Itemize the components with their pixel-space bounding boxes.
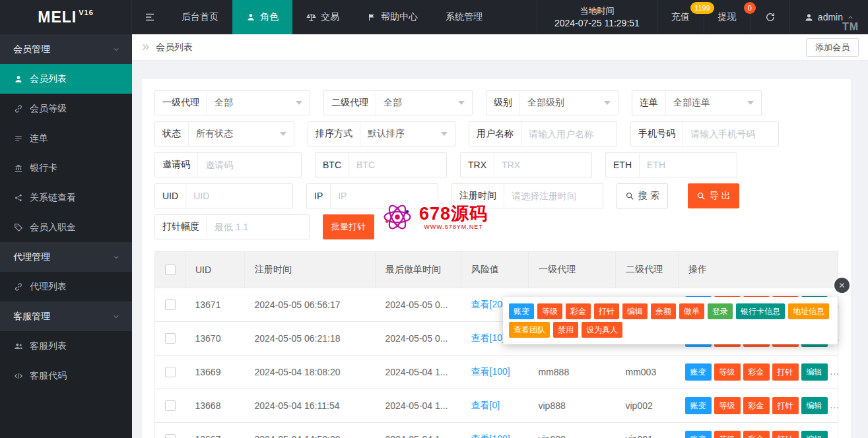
sidebar-group-cs-mgmt[interactable]: 客服管理 (0, 301, 132, 331)
popup-action-make-order[interactable]: 做单 (679, 303, 704, 319)
nav-label: 系统管理 (446, 11, 483, 23)
action-inject[interactable]: 打针 (772, 431, 799, 438)
risk-view-link[interactable]: 查看[100] (471, 433, 510, 438)
agent1-select[interactable]: 全部 (207, 97, 310, 109)
row-checkbox[interactable] (165, 367, 176, 377)
batch-inject-button[interactable]: 批量打针 (323, 214, 374, 239)
popup-action-balance[interactable]: 余额 (651, 303, 676, 319)
sidebar-item-cs-list[interactable]: 客服列表 (0, 331, 132, 361)
risk-view-link[interactable]: 查看[0] (471, 400, 500, 410)
eth-input[interactable] (640, 153, 737, 177)
risk-view-link[interactable]: 查看[10] (471, 332, 505, 343)
invite-code-input[interactable] (198, 153, 301, 177)
row-checkbox[interactable] (165, 400, 176, 411)
action-level[interactable]: 等级 (714, 363, 741, 381)
sort-select[interactable]: 默认排序 (360, 128, 455, 140)
cell-reg-time: 2024-05-04 14:50:08 (245, 423, 376, 438)
action-bonus[interactable]: 彩金 (743, 363, 770, 381)
action-inject[interactable]: 打针 (772, 397, 799, 414)
trx-input[interactable] (494, 153, 591, 177)
filter-phone: 手机号码 (630, 121, 779, 146)
popup-action-bank-info[interactable]: 银行卡信息 (736, 303, 785, 319)
action-account-change[interactable]: 账变 (685, 363, 712, 381)
table-row: 13667 2024-05-04 14:50:08 2024-05-04 1..… (155, 423, 838, 438)
action-account-change[interactable]: 账变 (685, 397, 712, 414)
sidebar-item-bank-card[interactable]: 银行卡 (0, 153, 132, 183)
refresh-button[interactable] (751, 0, 789, 34)
reg-time-input[interactable] (504, 184, 603, 208)
bank-icon (13, 164, 23, 173)
sidebar-item-agent-list[interactable]: 代理列表 (0, 272, 132, 301)
popup-action-address-info[interactable]: 地址信息 (788, 303, 829, 319)
select-all-checkbox[interactable] (165, 265, 176, 275)
action-inject[interactable]: 打针 (772, 363, 799, 381)
sidebar-group-agent-mgmt[interactable]: 代理管理 (0, 242, 132, 272)
level-select[interactable]: 全部级别 (520, 97, 618, 109)
cell-last-order-time: 2024-05-04 1... (376, 389, 461, 423)
uid-input[interactable] (186, 184, 292, 208)
nav-item-dashboard[interactable]: 后台首页 (168, 0, 232, 34)
risk-view-link[interactable]: 查看[100] (471, 366, 510, 377)
popup-action-view-team[interactable]: 查看团队 (509, 322, 550, 338)
popup-action-inject[interactable]: 打针 (594, 303, 619, 319)
export-button[interactable]: 导 出 (688, 183, 739, 208)
action-bonus[interactable]: 彩金 (743, 397, 770, 414)
username-input[interactable] (521, 122, 617, 146)
filter-row-1: 一级代理 全部 二级代理 全部 级别 全部级别 连单 全部连单 (154, 90, 838, 115)
filter-agent2: 二级代理 全部 (323, 90, 473, 115)
popup-action-set-real[interactable]: 设为真人 (582, 322, 622, 338)
action-edit[interactable]: 编辑 (801, 431, 828, 438)
action-bonus[interactable]: 彩金 (743, 431, 770, 438)
action-account-change[interactable]: 账变 (685, 431, 712, 438)
popup-action-level[interactable]: 等级 (537, 303, 562, 319)
sidebar-item-relationship-chain[interactable]: 关系链查看 (0, 183, 132, 212)
popup-action-account-change[interactable]: 账变 (509, 303, 534, 319)
popup-action-login[interactable]: 登录 (708, 303, 733, 319)
filter-label: 用户名称 (469, 122, 521, 146)
close-icon[interactable] (834, 278, 850, 293)
filter-label: 状态 (155, 122, 189, 146)
agent2-select[interactable]: 全部 (376, 97, 472, 109)
cell-reg-time: 2024-05-05 06:21:18 (245, 322, 376, 356)
menu-toggle-icon[interactable] (132, 0, 168, 34)
more-actions[interactable]: ... (830, 433, 840, 438)
more-actions[interactable]: ... (830, 366, 840, 377)
add-member-button[interactable]: 添加会员 (806, 38, 859, 57)
row-checkbox[interactable] (165, 333, 176, 344)
cell-last-order-time: 2024-05-04 1... (376, 356, 461, 389)
liandan-select[interactable]: 全部连单 (666, 97, 761, 109)
action-edit[interactable]: 编辑 (801, 363, 828, 381)
sidebar-item-member-list[interactable]: 会员列表 (0, 64, 132, 94)
group-label: 会员管理 (13, 44, 50, 55)
row-checkbox[interactable] (165, 299, 176, 310)
popup-action-edit[interactable]: 编辑 (622, 303, 648, 319)
nav-item-trade[interactable]: 交易 (292, 0, 353, 34)
cell-uid: 13668 (185, 389, 245, 423)
btc-input[interactable] (349, 153, 446, 177)
popup-action-bonus[interactable]: 彩金 (566, 303, 591, 319)
nav-item-system[interactable]: 系统管理 (432, 0, 496, 34)
cell-uid: 13669 (185, 356, 245, 389)
popup-action-disable[interactable]: 禁用 (553, 322, 578, 338)
member-table: UID 注册时间 最后做单时间 风险值 一级代理 二级代理 操作 13671 2… (154, 251, 838, 438)
nav-item-roles[interactable]: 角色 (232, 0, 292, 34)
inject-range-input[interactable] (207, 215, 309, 239)
sidebar-item-member-entry-fund[interactable]: 会员入职金 (0, 212, 132, 242)
sidebar-group-member-mgmt[interactable]: 会员管理 (0, 34, 132, 64)
recharge-button[interactable]: 充值 1199 (657, 0, 704, 34)
more-actions[interactable]: ... (830, 400, 840, 410)
action-level[interactable]: 等级 (714, 431, 741, 438)
nav-item-help[interactable]: 帮助中心 (353, 0, 432, 34)
action-edit[interactable]: 编辑 (801, 397, 828, 414)
cell-agent1: vip888 (529, 389, 616, 423)
select-value: 默认排序 (368, 128, 405, 140)
sidebar-item-member-level[interactable]: 会员等级 (0, 94, 132, 123)
sidebar-item-cs-code[interactable]: 客服代码 (0, 361, 132, 391)
action-level[interactable]: 等级 (714, 397, 741, 414)
sidebar-item-chain-orders[interactable]: 连单 (0, 123, 132, 153)
phone-input[interactable] (683, 122, 778, 146)
header-uid: UID (185, 252, 245, 288)
row-checkbox[interactable] (165, 434, 176, 438)
status-select[interactable]: 所有状态 (189, 128, 294, 140)
search-button[interactable]: 搜 索 (617, 183, 668, 208)
